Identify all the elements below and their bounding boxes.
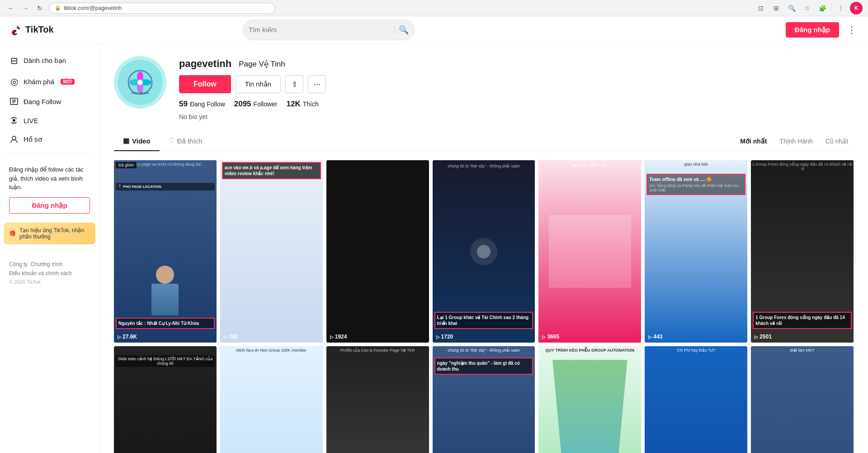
browser-actions: ⊡ ⊞ 🔍 ☆ 🧩 ⋮ K [755, 2, 863, 14]
browser-url-bar[interactable]: 🔒 tiktok.com/@pagevetinh [49, 3, 275, 14]
video-tab-label: Video [132, 137, 151, 145]
browser-translate-button[interactable]: ⊞ [770, 2, 783, 14]
sidebar-divider-2 [5, 250, 94, 250]
video-caption-6: Team offline đã xem và .... 🤩 p/s: bảng … [646, 174, 745, 195]
new-badge: MỚI [61, 79, 74, 85]
sidebar-item-danh-cho-ban[interactable]: ⊟ Dành cho bạn [4, 51, 95, 71]
sidebar-footer: Công ty Chương trình Điều khoản và chính… [4, 256, 95, 290]
sidebar-label-kham-pha: Khám phá [24, 78, 54, 86]
video-card-5[interactable]: gọi là có - ngỡ là cần! ▷ 3665 [538, 160, 641, 343]
sort-buttons: Mới nhất Thịnh Hành Cũ nhất [735, 135, 854, 148]
sidebar-login-section: Đăng nhập để follow các tác giả, thích v… [4, 160, 95, 219]
browser-bar: ← → ↻ 🔒 tiktok.com/@pagevetinh ⊡ ⊞ 🔍 ☆ 🧩… [0, 0, 868, 16]
followers-stat[interactable]: 2095 Follower [234, 100, 278, 109]
svg-point-5 [12, 136, 16, 140]
video-card-10[interactable]: Profile của Ceo & Founder Page Vệ Tinh P… [326, 346, 429, 453]
video-card-12[interactable]: QUY TRÌNH KÉO PHỄU GROUP AUTOMATION ▷ 14… [538, 346, 641, 453]
pinned-badge: Đã ghim [116, 162, 137, 168]
video-caption-7: 1 Group Forex đóng cổng ngày đầu đã 14 k… [753, 312, 852, 329]
footer-link-company[interactable]: Công ty [9, 261, 28, 267]
explore-icon: ◎ [9, 76, 19, 87]
browser-zoom-button[interactable]: 🔍 [785, 2, 798, 14]
tab-liked[interactable]: ♡ Đã thích [160, 131, 212, 151]
browser-extension-button[interactable]: 🧩 [816, 2, 829, 14]
footer-link-program[interactable]: Chương trình [30, 261, 62, 267]
sidebar-login-button[interactable]: Đăng nhập [9, 197, 90, 214]
profile-avatar: PAGE VỆ TINH [114, 56, 166, 109]
nav-more-button[interactable]: ⋮ [844, 23, 859, 37]
sidebar-promo[interactable]: 🎁 Tạo hiệu ứng TikTok, nhận phần thưởng [4, 223, 95, 244]
sidebar-item-kham-pha[interactable]: ◎ Khám phá MỚI [4, 72, 95, 91]
video-card-14[interactable]: diệt làm MKT Giữ lại bao nhiêu page Phụ … [751, 346, 854, 453]
content-area: PAGE VỆ TINH pagevetinh Page Vệ Tinh Fol… [99, 43, 868, 453]
sidebar: ⊟ Dành cho bạn ◎ Khám phá MỚI Đang Follo [0, 43, 99, 453]
video-grid: thay co page va NAM roi khong dang dai :… [114, 160, 854, 453]
browser-user-avatar[interactable]: K [850, 2, 863, 14]
follow-button[interactable]: Follow [179, 75, 231, 93]
sidebar-item-ho-so[interactable]: Hồ sơ [4, 130, 95, 148]
sidebar-label-ho-so: Hồ sơ [24, 135, 42, 143]
video-card-6[interactable]: gian như bds Team offline đã xem và ....… [645, 160, 747, 343]
profile-header: PAGE VỆ TINH pagevetinh Page Vệ Tinh Fol… [114, 56, 854, 120]
share-button[interactable]: ⇧ [285, 75, 303, 93]
browser-forward-button[interactable]: → [20, 3, 31, 14]
video-caption-11: ngày "nghiệm thu quân" - làm gì đã có do… [434, 358, 533, 375]
video-views-4: ▷ 1720 [436, 334, 453, 340]
profile-icon [9, 135, 19, 144]
sort-newest-button[interactable]: Mới nhất [735, 135, 772, 148]
video-card-7[interactable]: 1 Group Forex đóng cổng ngày đầu đã 14 k… [751, 160, 854, 343]
more-profile-button[interactable]: ··· [308, 75, 326, 93]
dang-nhap-button[interactable]: Đăng nhập [786, 22, 839, 38]
followers-count: 2095 [234, 100, 251, 109]
sort-trending-button[interactable]: Thịnh Hành [774, 135, 818, 148]
liked-tab-icon: ♡ [169, 137, 175, 145]
browser-reload-button[interactable]: ↻ [34, 3, 45, 14]
promo-icon: 🎁 [9, 230, 16, 237]
video-views-3: ▷ 1924 [330, 334, 347, 340]
tab-video[interactable]: ▦ Video [114, 131, 160, 151]
svg-point-13 [137, 80, 143, 85]
video-card-4[interactable]: chúng tôi là "thợ xây" - không phải sale… [433, 160, 535, 343]
video-caption-4: Lại 1 Group khác về Tài Chính sau 2 thán… [434, 312, 533, 329]
sidebar-item-live[interactable]: LIVE [4, 111, 95, 129]
video-card-8[interactable]: Slide toàn cảnh hệ thống LƯỚI MKT ĐA TẦN… [114, 346, 217, 453]
browser-more-button[interactable]: ⋮ [835, 2, 847, 14]
followers-label: Follower [254, 100, 278, 108]
video-card-13[interactable]: Chi Phí hay Đầu Tư? Chi Phí hay Đầu Tư? … [645, 346, 747, 453]
sidebar-divider [5, 154, 94, 154]
browser-back-button[interactable]: ← [5, 3, 16, 14]
sidebar-label-live: LIVE [24, 117, 38, 124]
likes-count: 12K [286, 100, 300, 109]
video-card-2[interactable]: ace vào we.b và p.age để xem hàng trăm v… [220, 160, 323, 343]
video-card-9[interactable]: Minh họa dv Neo Group 100K member Minh h… [220, 346, 323, 453]
browser-url-text: tiktok.com/@pagevetinh [64, 5, 122, 11]
browser-cast-button[interactable]: ⊡ [755, 2, 767, 14]
message-button[interactable]: Tin nhắn [236, 75, 281, 93]
search-input[interactable] [249, 26, 391, 33]
likes-stat[interactable]: 12K Thích [286, 100, 318, 109]
video-card-1[interactable]: thay co page va NAM roi khong dang dai :… [114, 160, 217, 343]
share-icon: ⇧ [292, 80, 297, 89]
tiktok-app: TikTok 🔍 Đăng nhập ⋮ ⊟ Dành cho bạn ◎ Kh… [0, 16, 868, 453]
sort-oldest-button[interactable]: Cũ nhất [820, 135, 854, 148]
following-stat[interactable]: 59 Đang Follow [179, 100, 225, 109]
footer-link-terms[interactable]: Điều khoản và chính sách [9, 270, 72, 277]
sidebar-item-dang-follow[interactable]: Đang Follow [4, 92, 95, 110]
search-icon[interactable]: 🔍 [399, 25, 409, 35]
browser-bookmark-button[interactable]: ☆ [801, 2, 813, 14]
nav-actions: Đăng nhập ⋮ [786, 22, 859, 38]
video-views-7: ▷ 2501 [755, 334, 772, 340]
svg-text:PAGE VỆ TINH: PAGE VỆ TINH [132, 91, 149, 95]
video-views-1: ▷ 27.6K [118, 334, 137, 340]
video-card-11[interactable]: chúng tôi là "thợ xây" - không phải sale… [433, 346, 535, 453]
more-icon: ··· [314, 80, 321, 89]
profile-username-row: pagevetinh Page Vệ Tinh [179, 58, 854, 70]
liked-tab-label: Đã thích [177, 137, 203, 145]
profile-tabs: ▦ Video ♡ Đã thích Mới nhất Thịnh Hành C… [114, 131, 854, 151]
search-bar[interactable]: 🔍 [243, 19, 415, 40]
video-views-6: ▷ 443 [648, 334, 662, 340]
main-layout: ⊟ Dành cho bạn ◎ Khám phá MỚI Đang Follo [0, 43, 868, 453]
sidebar-label-danh-cho-ban: Dành cho bạn [24, 57, 66, 65]
video-card-3[interactable]: ▷ 1924 [326, 160, 429, 343]
tiktok-logo[interactable]: TikTok [9, 23, 54, 37]
